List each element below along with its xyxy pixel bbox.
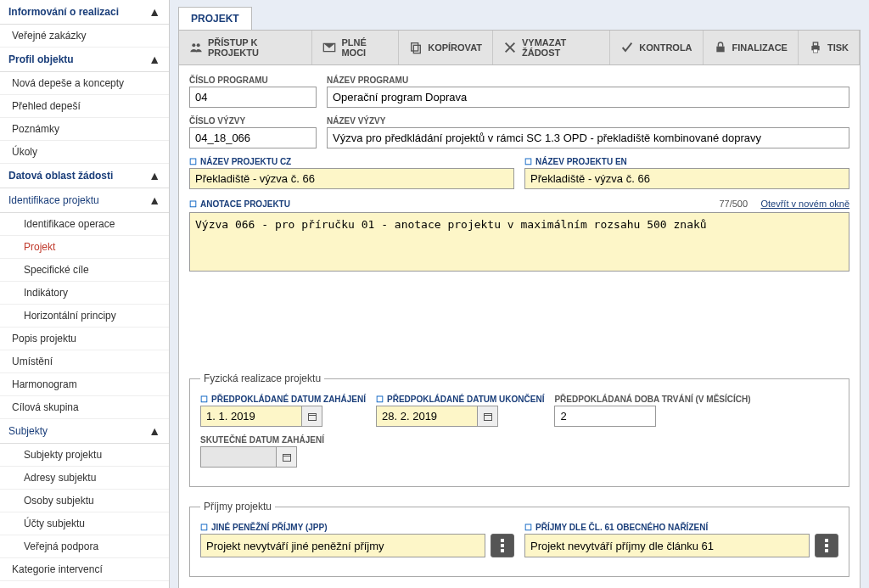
input-nazev-vyzvy[interactable] (327, 127, 849, 148)
calendar-icon (483, 412, 493, 422)
copy-icon (409, 41, 423, 54)
textarea-anotace[interactable] (189, 212, 849, 272)
label-p61: ☐PŘÍJMY DLE ČL. 61 OBECNÉHO NAŘÍZENÍ (524, 523, 838, 532)
input-jpp[interactable] (200, 534, 485, 557)
chevron-up-icon: ▲ (149, 193, 160, 207)
btn-pristup[interactable]: PŘÍSTUP K PROJEKTU (179, 31, 312, 64)
btn-kopirovat[interactable]: KOPÍROVAT (399, 31, 493, 64)
svg-rect-7 (813, 49, 817, 53)
label-cislo-programu: ČÍSLO PROGRAMU (189, 76, 317, 85)
btn-finalizace[interactable]: FINALIZACE (704, 31, 799, 64)
section-label: Informování o realizaci (8, 6, 119, 18)
section-label: Identifikace projektu (8, 194, 99, 206)
label-cislo-vyzvy: ČÍSLO VÝZVY (189, 116, 317, 126)
calendar-button-ukonceni[interactable] (478, 406, 498, 427)
btn-kontrola[interactable]: KONTROLA (610, 31, 703, 64)
svg-rect-3 (414, 45, 421, 53)
sidebar-item-indikatory[interactable]: Indikátory (0, 282, 169, 305)
sidebar-item-verejne-zakazky[interactable]: Veřejné zakázky (0, 25, 169, 48)
svg-rect-4 (716, 47, 724, 53)
sidebar-item-kategorie[interactable]: Kategorie intervencí (0, 558, 169, 581)
sidebar-item-popis[interactable]: Popis projektu (0, 328, 169, 350)
input-nazev-en[interactable] (524, 168, 849, 189)
anotace-open-link[interactable]: Otevřít v novém okně (760, 199, 849, 209)
chevron-up-icon: ▲ (149, 5, 160, 19)
svg-rect-9 (484, 413, 491, 420)
calendar-icon (282, 452, 292, 462)
chevron-up-icon: ▲ (149, 169, 160, 182)
input-cislo-vyzvy[interactable] (189, 127, 317, 148)
btn-vymazat[interactable]: VYMAZAT ŽÁDOST (493, 31, 610, 64)
section-financovani[interactable]: Financování ▲ (0, 581, 169, 588)
people-icon (189, 41, 203, 54)
calendar-button-zahajeni[interactable] (302, 406, 322, 427)
input-p61[interactable] (524, 534, 810, 557)
sidebar-item-ucty[interactable]: Účty subjektu (0, 512, 169, 535)
section-informovani[interactable]: Informování o realizaci ▲ (0, 0, 169, 25)
select-button-p61[interactable] (815, 534, 838, 557)
btn-label: PLNÉ MOCI (341, 37, 388, 58)
label-doba-trvani: PŘEDPOKLÁDANÁ DOBA TRVÁNÍ (V MĚSÍCÍCH) (554, 395, 750, 404)
mail-icon (322, 41, 336, 54)
sidebar-item-osoby[interactable]: Osoby subjektu (0, 490, 169, 512)
sidebar-item-cilova[interactable]: Cílová skupina (0, 396, 169, 419)
tab-projekt[interactable]: PROJEKT (178, 7, 252, 30)
label-datum-ukonceni: ☐PŘEDPOKLÁDANÉ DATUM UKONČENÍ (376, 395, 544, 404)
sidebar-item-adresy[interactable]: Adresy subjektu (0, 467, 169, 490)
svg-rect-6 (813, 42, 817, 46)
sidebar: Informování o realizaci ▲ Veřejné zakázk… (0, 0, 170, 588)
svg-point-1 (197, 43, 200, 47)
label-nazev-en: ☐NÁZEV PROJEKTU EN (524, 157, 849, 166)
check-icon (620, 41, 634, 54)
lock-icon (714, 41, 727, 54)
svg-rect-2 (412, 43, 418, 51)
fieldset-prijmy: Příjmy projektu ☐JINÉ PENĚŽNÍ PŘÍJMY (JP… (189, 501, 849, 577)
label-nazev-cz: ☐NÁZEV PROJEKTU CZ (189, 157, 514, 166)
sidebar-item-poznamky[interactable]: Poznámky (0, 118, 169, 141)
btn-tisk[interactable]: TISK (799, 31, 860, 64)
section-identifikace[interactable]: Identifikace projektu ▲ (0, 188, 169, 213)
input-nazev-cz[interactable] (189, 168, 514, 189)
x-icon (503, 41, 517, 54)
section-datova-oblast[interactable]: Datová oblast žádosti ▲ (0, 164, 169, 188)
anotace-counter: 77/500 (719, 199, 748, 209)
select-button-jpp[interactable] (491, 534, 514, 557)
list-icon (825, 539, 828, 553)
label-datum-zahajeni: ☐PŘEDPOKLÁDANÉ DATUM ZAHÁJENÍ (200, 395, 366, 404)
section-subjekty[interactable]: Subjekty ▲ (0, 419, 169, 444)
sidebar-item-prehled-depesi[interactable]: Přehled depeší (0, 95, 169, 118)
calendar-button-skutecne[interactable] (277, 446, 297, 468)
input-cislo-programu[interactable] (189, 87, 317, 108)
input-doba-trvani[interactable] (554, 406, 656, 427)
input-skutecne-zahajeni[interactable] (200, 446, 277, 468)
sidebar-item-specificke-cile[interactable]: Specifické cíle (0, 259, 169, 282)
sidebar-item-ukoly[interactable]: Úkoly (0, 141, 169, 164)
btn-plne-moci[interactable]: PLNÉ MOCI (312, 31, 399, 64)
btn-label: FINALIZACE (732, 42, 788, 53)
input-nazev-programu[interactable] (327, 87, 849, 108)
svg-rect-10 (283, 454, 290, 461)
chevron-up-icon: ▲ (149, 424, 160, 438)
btn-label: PŘÍSTUP K PROJEKTU (208, 37, 301, 58)
sidebar-item-verejna-podpora[interactable]: Veřejná podpora (0, 535, 169, 558)
main-content: PROJEKT PŘÍSTUP K PROJEKTU PLNÉ MOCI KOP… (170, 0, 869, 588)
fieldset-fyzicka-realizace: Fyzická realizace projektu ☐PŘEDPOKLÁDAN… (189, 372, 849, 487)
sidebar-item-horizontalni[interactable]: Horizontální principy (0, 305, 169, 328)
sidebar-item-projekt[interactable]: Projekt (0, 236, 169, 259)
label-jpp: ☐JINÉ PENĚŽNÍ PŘÍJMY (JPP) (200, 523, 514, 532)
sidebar-item-harmonogram[interactable]: Harmonogram (0, 373, 169, 396)
section-label: Subjekty (8, 425, 48, 437)
btn-label: VYMAZAT ŽÁDOST (522, 37, 599, 58)
input-datum-zahajeni[interactable] (200, 406, 302, 427)
btn-label: TISK (827, 42, 849, 53)
calendar-icon (307, 412, 317, 422)
sidebar-item-umisteni[interactable]: Umístění (0, 350, 169, 373)
sidebar-item-subjekty-projektu[interactable]: Subjekty projektu (0, 444, 169, 467)
print-icon (809, 41, 822, 54)
sidebar-item-identifikace-operace[interactable]: Identifikace operace (0, 213, 169, 236)
input-datum-ukonceni[interactable] (376, 406, 478, 427)
sidebar-item-nova-depese[interactable]: Nová depeše a koncepty (0, 72, 169, 95)
btn-label: KOPÍROVAT (428, 42, 482, 53)
label-nazev-vyzvy: NÁZEV VÝZVY (327, 116, 849, 126)
section-profil[interactable]: Profil objektu ▲ (0, 48, 169, 72)
